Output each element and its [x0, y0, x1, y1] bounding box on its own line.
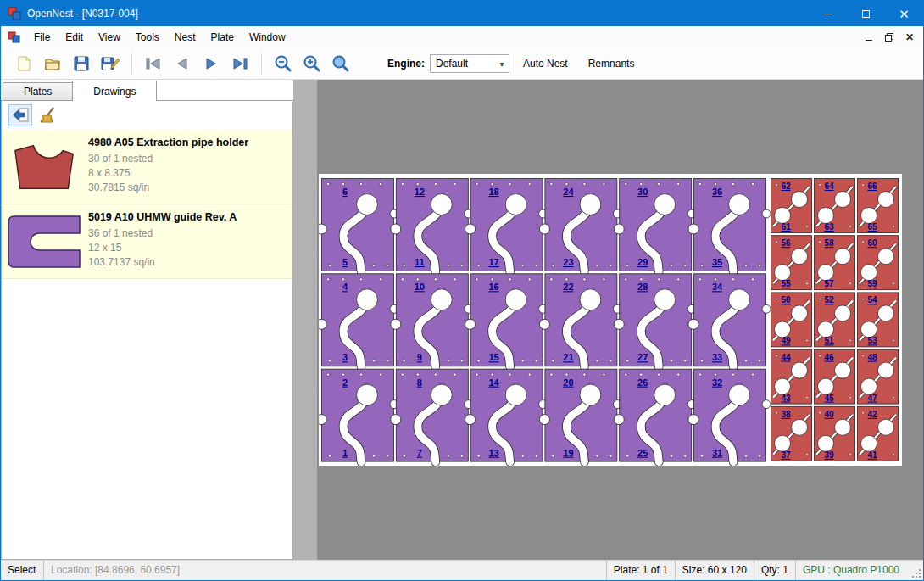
- menu-item-view[interactable]: View: [91, 26, 128, 48]
- nest-part-pair[interactable]: 5453: [858, 293, 899, 347]
- part-number: 33: [712, 352, 722, 362]
- zoom-out-button[interactable]: [269, 51, 298, 76]
- close-button[interactable]: ✕: [885, 1, 923, 26]
- menu-item-plate[interactable]: Plate: [203, 26, 242, 48]
- menu-item-edit[interactable]: Edit: [58, 26, 91, 48]
- part-number: 47: [867, 394, 877, 403]
- nest-part-pair[interactable]: 4847: [858, 349, 899, 404]
- next-plate-button[interactable]: [197, 51, 225, 76]
- nest-part-pair[interactable]: 5655: [771, 236, 812, 290]
- nest-part-pair[interactable]: 1211: [391, 179, 473, 272]
- nest-part-pair[interactable]: 2019: [539, 369, 621, 461]
- nest-part-pair[interactable]: 5049: [771, 293, 812, 347]
- app-icon: [8, 7, 21, 20]
- part-number: 16: [488, 282, 498, 292]
- zoom-in-button[interactable]: [298, 51, 326, 76]
- part-number: 36: [712, 187, 722, 197]
- nest-part-pair[interactable]: 1413: [465, 369, 548, 461]
- drawing-item-extraction-pipe-holder[interactable]: 4980 A05 Extraction pipe holder 30 of 1 …: [2, 130, 292, 204]
- nest-part-pair[interactable]: 4645: [815, 349, 855, 404]
- nest-part-pair[interactable]: 6463: [815, 179, 855, 233]
- nest-part-pair[interactable]: 6261: [771, 179, 812, 233]
- import-drawing-button[interactable]: [8, 104, 32, 126]
- save-as-icon: [101, 55, 120, 72]
- part-number: 59: [867, 279, 877, 288]
- nest-part-pair[interactable]: 1615: [465, 274, 548, 367]
- nest-part-pair[interactable]: 3837: [771, 406, 812, 461]
- broom-icon: [40, 107, 58, 124]
- menu-item-window[interactable]: Window: [242, 26, 293, 48]
- first-plate-button[interactable]: [139, 51, 168, 76]
- nest-part-pair[interactable]: 2625: [614, 369, 696, 461]
- mdi-minimize-button[interactable]: [859, 29, 879, 46]
- drawing-name: 5019 A10 UHMW guide Rev. A: [88, 211, 292, 223]
- part-number: 4: [342, 282, 348, 292]
- nest-part-pair[interactable]: 3433: [688, 274, 771, 367]
- part-number: 30: [637, 187, 648, 197]
- auto-nest-button[interactable]: Auto Nest: [516, 54, 575, 73]
- tab-drawings[interactable]: Drawings: [72, 81, 157, 101]
- nest-part-pair[interactable]: 4241: [858, 406, 899, 461]
- nest-part-pair[interactable]: 21: [319, 369, 398, 461]
- previous-plate-button[interactable]: [168, 51, 197, 76]
- plate-sheet[interactable]: 6512111817242330293635431091615222128273…: [319, 174, 902, 466]
- nest-part-pair[interactable]: 3231: [688, 369, 771, 461]
- mdi-close-button[interactable]: ✕: [899, 29, 920, 46]
- open-file-button[interactable]: [38, 51, 67, 76]
- part-number: 46: [824, 353, 834, 362]
- part-number: 32: [712, 377, 722, 388]
- nest-part-pair[interactable]: 2221: [539, 274, 621, 367]
- nest-part-pair[interactable]: 65: [319, 179, 398, 272]
- part-number: 23: [563, 257, 573, 267]
- part-number: 44: [781, 353, 791, 362]
- part-number: 42: [867, 410, 877, 419]
- engine-label: Engine:: [387, 58, 425, 70]
- clear-drawings-button[interactable]: [37, 104, 61, 126]
- tab-plates[interactable]: Plates: [3, 82, 73, 100]
- mdi-restore-button[interactable]: [879, 29, 899, 46]
- nest-part-pair[interactable]: 1817: [465, 179, 548, 272]
- menu-item-tools[interactable]: Tools: [128, 26, 167, 48]
- engine-select[interactable]: Default ▾: [430, 54, 509, 73]
- save-as-button[interactable]: [96, 51, 125, 76]
- part-number: 9: [417, 352, 422, 362]
- zoom-fit-button[interactable]: [326, 51, 355, 76]
- zoom-in-icon: [303, 54, 321, 73]
- part-number: 6: [342, 187, 348, 197]
- nest-part-pair[interactable]: 3029: [614, 179, 696, 272]
- canvas-margin-band: [293, 80, 317, 560]
- first-plate-icon: [144, 54, 163, 73]
- open-folder-icon: [44, 55, 61, 72]
- nest-part-pair[interactable]: 109: [391, 274, 473, 367]
- part-shape-extraction-pipe-holder: [12, 142, 78, 193]
- minimize-button[interactable]: [809, 1, 847, 26]
- remnants-button[interactable]: Remnants: [582, 54, 642, 73]
- nest-canvas[interactable]: 6512111817242330293635431091615222128273…: [293, 80, 923, 560]
- nest-part-pair[interactable]: 2827: [614, 274, 696, 367]
- part-number: 54: [867, 295, 877, 304]
- new-file-button[interactable]: [9, 51, 38, 76]
- part-number: 49: [781, 336, 791, 345]
- nest-part-pair[interactable]: 5857: [815, 236, 855, 290]
- part-number: 58: [824, 238, 834, 248]
- nest-part-pair[interactable]: 43: [319, 274, 398, 367]
- nest-part-pair[interactable]: 5251: [815, 293, 855, 347]
- nest-part-pair[interactable]: 6059: [858, 236, 899, 290]
- save-button[interactable]: [67, 51, 96, 76]
- part-number: 48: [867, 353, 877, 362]
- menu-item-nest[interactable]: Nest: [167, 26, 203, 48]
- maximize-button[interactable]: [847, 1, 885, 26]
- last-plate-button[interactable]: [225, 51, 254, 76]
- nest-part-pair[interactable]: 2423: [539, 179, 621, 272]
- tab-strip: Plates Drawings: [1, 80, 293, 100]
- nest-part-pair[interactable]: 87: [391, 369, 473, 461]
- nest-part-pair[interactable]: 4039: [815, 406, 855, 461]
- menu-item-file[interactable]: File: [26, 26, 58, 48]
- nest-part-pair[interactable]: 4443: [771, 349, 812, 404]
- nest-view[interactable]: 6512111817242330293635431091615222128273…: [319, 174, 902, 466]
- part-number: 31: [712, 448, 722, 458]
- drawing-item-uhmw-guide[interactable]: 5019 A10 UHMW guide Rev. A 36 of 1 neste…: [2, 204, 292, 279]
- resize-grip[interactable]: [911, 568, 921, 578]
- nest-part-pair[interactable]: 6665: [858, 179, 899, 233]
- nest-part-pair[interactable]: 3635: [688, 179, 771, 272]
